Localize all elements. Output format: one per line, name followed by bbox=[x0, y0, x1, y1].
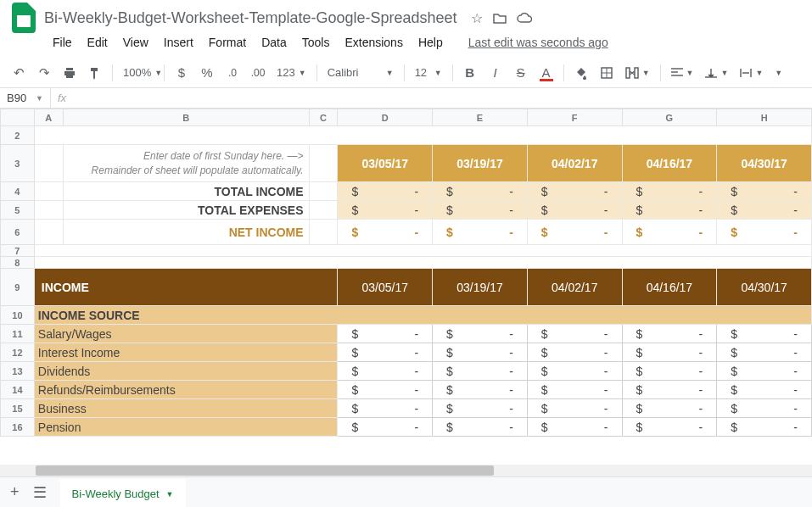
income-cell-1-3[interactable]: $- bbox=[622, 343, 717, 362]
total-expenses-e[interactable]: $- bbox=[433, 201, 528, 220]
col-header-b[interactable]: B bbox=[63, 109, 309, 126]
all-sheets-button[interactable]: ☰ bbox=[33, 483, 47, 502]
row-header-12[interactable]: 12 bbox=[1, 343, 35, 362]
total-expenses-f[interactable]: $- bbox=[527, 201, 622, 220]
net-income-g[interactable]: $- bbox=[622, 220, 717, 245]
horizontal-scrollbar[interactable] bbox=[0, 465, 812, 476]
income-cell-5-2[interactable]: $- bbox=[527, 418, 622, 437]
income-cell-3-2[interactable]: $- bbox=[527, 381, 622, 399]
total-expenses-label[interactable]: TOTAL EXPENSES bbox=[63, 201, 309, 220]
valign-dropdown[interactable]: ▼ bbox=[700, 63, 733, 83]
hint-text[interactable]: Enter date of first Sunday here. —>Remai… bbox=[63, 145, 309, 182]
row-header-6[interactable]: 6 bbox=[1, 220, 35, 245]
income-cell-4-0[interactable]: $- bbox=[338, 399, 433, 418]
print-button[interactable] bbox=[58, 61, 81, 85]
col-header-a[interactable]: A bbox=[34, 109, 63, 126]
income-cell-5-1[interactable]: $- bbox=[433, 418, 528, 437]
menu-view[interactable]: View bbox=[116, 32, 155, 53]
menu-file[interactable]: File bbox=[46, 32, 79, 53]
income-cell-3-1[interactable]: $- bbox=[433, 381, 528, 399]
document-title[interactable]: Bi-Weekly-Budget-Worksheet-Template-Goog… bbox=[44, 9, 457, 27]
last-edit-link[interactable]: Last edit was seconds ago bbox=[462, 32, 615, 53]
income-cell-2-3[interactable]: $- bbox=[622, 362, 717, 381]
income-cell-2-2[interactable]: $- bbox=[527, 362, 622, 381]
menu-edit[interactable]: Edit bbox=[81, 32, 115, 53]
total-income-h[interactable]: $- bbox=[717, 182, 812, 201]
row-header-13[interactable]: 13 bbox=[1, 362, 35, 381]
total-expenses-g[interactable]: $- bbox=[622, 201, 717, 220]
row-header-9[interactable]: 9 bbox=[1, 269, 35, 306]
income-row-label-2[interactable]: Dividends bbox=[34, 362, 338, 381]
row-header-15[interactable]: 15 bbox=[1, 399, 35, 418]
row-header-11[interactable]: 11 bbox=[1, 325, 35, 343]
income-cell-1-4[interactable]: $- bbox=[717, 343, 812, 362]
income-cell-2-1[interactable]: $- bbox=[433, 362, 528, 381]
wrap-dropdown[interactable]: ▼ bbox=[735, 63, 768, 83]
income-cell-0-4[interactable]: $- bbox=[717, 325, 812, 343]
undo-button[interactable]: ↶ bbox=[7, 61, 31, 85]
income-cell-0-2[interactable]: $- bbox=[527, 325, 622, 343]
income-cell-1-2[interactable]: $- bbox=[527, 343, 622, 362]
income-cell-4-1[interactable]: $- bbox=[433, 399, 528, 418]
income-date-5[interactable]: 04/30/17 bbox=[717, 269, 812, 306]
income-cell-3-0[interactable]: $- bbox=[338, 381, 433, 399]
income-cell-0-0[interactable]: $- bbox=[338, 325, 433, 343]
income-cell-4-2[interactable]: $- bbox=[527, 399, 622, 418]
menu-extensions[interactable]: Extensions bbox=[338, 32, 409, 53]
income-cell-1-1[interactable]: $- bbox=[433, 343, 528, 362]
percent-button[interactable]: % bbox=[195, 61, 219, 85]
income-date-1[interactable]: 03/05/17 bbox=[338, 269, 433, 306]
col-header-e[interactable]: E bbox=[433, 109, 528, 126]
menu-format[interactable]: Format bbox=[202, 32, 253, 53]
total-income-g[interactable]: $- bbox=[622, 182, 717, 201]
net-income-h[interactable]: $- bbox=[717, 220, 812, 245]
star-icon[interactable]: ☆ bbox=[471, 10, 483, 26]
total-expenses-d[interactable]: $- bbox=[338, 201, 433, 220]
income-date-2[interactable]: 03/19/17 bbox=[433, 269, 528, 306]
income-cell-2-0[interactable]: $- bbox=[338, 362, 433, 381]
income-cell-0-1[interactable]: $- bbox=[433, 325, 528, 343]
income-section-header[interactable]: INCOME bbox=[34, 269, 338, 306]
menu-insert[interactable]: Insert bbox=[157, 32, 200, 53]
decrease-decimal-button[interactable]: .0 bbox=[221, 61, 244, 85]
row-header-8[interactable]: 8 bbox=[1, 257, 35, 269]
bold-button[interactable]: B bbox=[458, 61, 482, 85]
italic-button[interactable]: I bbox=[484, 61, 507, 85]
row-header-16[interactable]: 16 bbox=[1, 418, 35, 437]
income-row-label-4[interactable]: Business bbox=[34, 399, 338, 418]
menu-help[interactable]: Help bbox=[412, 32, 450, 53]
total-income-e[interactable]: $- bbox=[433, 182, 528, 201]
merge-dropdown[interactable]: ▼ bbox=[620, 63, 655, 83]
income-cell-5-4[interactable]: $- bbox=[717, 418, 812, 437]
income-cell-3-3[interactable]: $- bbox=[622, 381, 717, 399]
date-header-5[interactable]: 04/30/17 bbox=[717, 145, 812, 182]
income-cell-4-3[interactable]: $- bbox=[622, 399, 717, 418]
cloud-icon[interactable] bbox=[517, 12, 532, 24]
income-cell-5-0[interactable]: $- bbox=[338, 418, 433, 437]
col-header-d[interactable]: D bbox=[338, 109, 433, 126]
total-income-label[interactable]: TOTAL INCOME bbox=[63, 182, 309, 201]
col-header-f[interactable]: F bbox=[527, 109, 622, 126]
row-header-10[interactable]: 10 bbox=[1, 306, 35, 325]
col-header-g[interactable]: G bbox=[622, 109, 717, 126]
income-row-label-5[interactable]: Pension bbox=[34, 418, 338, 437]
add-sheet-button[interactable]: + bbox=[10, 483, 20, 501]
row-header-2[interactable]: 2 bbox=[1, 126, 35, 145]
format-dropdown[interactable]: 123▼ bbox=[272, 63, 311, 83]
income-row-label-0[interactable]: Salary/Wages bbox=[34, 325, 338, 343]
income-source-header[interactable]: INCOME SOURCE bbox=[34, 306, 811, 325]
income-cell-3-4[interactable]: $- bbox=[717, 381, 812, 399]
income-date-4[interactable]: 04/16/17 bbox=[622, 269, 717, 306]
income-cell-0-3[interactable]: $- bbox=[622, 325, 717, 343]
net-income-f[interactable]: $- bbox=[527, 220, 622, 245]
menu-data[interactable]: Data bbox=[255, 32, 294, 53]
date-header-4[interactable]: 04/16/17 bbox=[622, 145, 717, 182]
align-dropdown[interactable]: ▼ bbox=[666, 63, 699, 83]
date-header-2[interactable]: 03/19/17 bbox=[433, 145, 528, 182]
redo-button[interactable]: ↷ bbox=[32, 61, 56, 85]
row-header-4[interactable]: 4 bbox=[1, 182, 35, 201]
row-header-7[interactable]: 7 bbox=[1, 245, 35, 257]
income-date-3[interactable]: 04/02/17 bbox=[527, 269, 622, 306]
fill-color-button[interactable] bbox=[569, 61, 593, 85]
income-row-label-3[interactable]: Refunds/Reimbursements bbox=[34, 381, 338, 399]
